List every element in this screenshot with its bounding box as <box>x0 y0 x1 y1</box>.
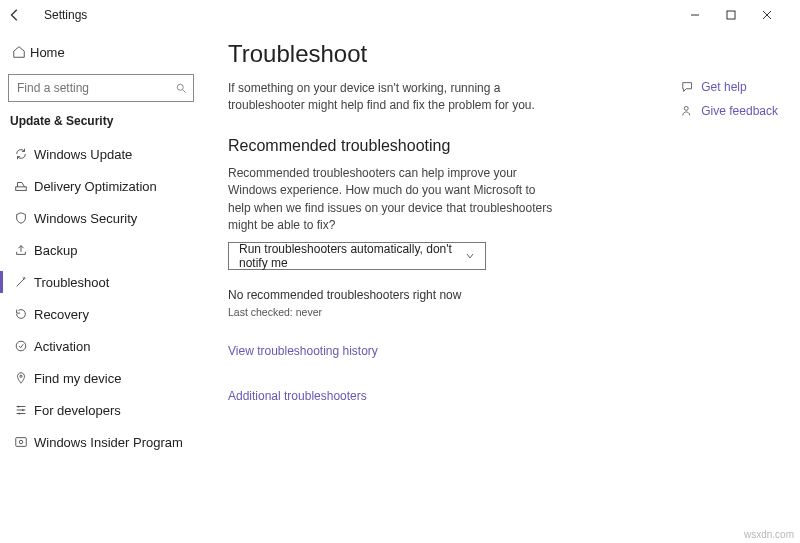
arrow-left-icon <box>8 8 22 22</box>
svg-rect-1 <box>727 11 735 19</box>
nav-windows-update[interactable]: Windows Update <box>8 138 194 170</box>
get-help-label: Get help <box>701 80 746 94</box>
wand-icon <box>8 275 34 289</box>
nav-label: Windows Security <box>34 211 137 226</box>
nav-label: Recovery <box>34 307 89 322</box>
close-button[interactable] <box>762 10 798 20</box>
minimize-icon <box>690 10 700 20</box>
svg-point-7 <box>18 406 20 408</box>
svg-point-9 <box>18 413 20 415</box>
svg-line-3 <box>183 90 186 93</box>
nav-troubleshoot[interactable]: Troubleshoot <box>8 266 194 298</box>
main-content: Troubleshoot If something on your device… <box>200 30 800 543</box>
close-icon <box>762 10 772 20</box>
search-icon <box>175 82 193 94</box>
titlebar: Settings <box>0 0 800 30</box>
nav-label: Activation <box>34 339 90 354</box>
dropdown-value: Run troubleshooters automatically, don't… <box>239 242 457 270</box>
nav-windows-security[interactable]: Windows Security <box>8 202 194 234</box>
nav-label: For developers <box>34 403 121 418</box>
back-button[interactable] <box>8 8 36 22</box>
intro-text: If something on your device isn't workin… <box>228 80 558 115</box>
home-nav[interactable]: Home <box>8 38 194 66</box>
troubleshoot-mode-dropdown[interactable]: Run troubleshooters automatically, don't… <box>228 242 486 270</box>
location-icon <box>8 371 34 385</box>
svg-rect-4 <box>16 187 27 191</box>
insider-icon <box>8 435 34 449</box>
search-input[interactable] <box>9 81 175 95</box>
maximize-button[interactable] <box>726 10 762 20</box>
svg-point-2 <box>177 84 183 90</box>
window-title: Settings <box>44 8 87 22</box>
svg-point-5 <box>16 341 26 351</box>
no-recommended-text: No recommended troubleshooters right now <box>228 288 790 302</box>
watermark: wsxdn.com <box>744 529 794 540</box>
developers-icon <box>8 403 34 417</box>
home-icon <box>8 45 30 59</box>
recommended-text: Recommended troubleshooters can help imp… <box>228 165 558 235</box>
view-history-link[interactable]: View troubleshooting history <box>228 344 378 358</box>
nav-label: Backup <box>34 243 77 258</box>
chevron-down-icon <box>465 251 475 261</box>
sidebar: Home Update & Security Windows Update De… <box>0 30 200 543</box>
backup-icon <box>8 243 34 257</box>
svg-point-8 <box>22 409 24 411</box>
search-box[interactable] <box>8 74 194 102</box>
help-icon <box>681 80 701 94</box>
page-title: Troubleshoot <box>228 40 790 68</box>
nav-activation[interactable]: Activation <box>8 330 194 362</box>
minimize-button[interactable] <box>690 10 726 20</box>
nav-delivery-optimization[interactable]: Delivery Optimization <box>8 170 194 202</box>
home-label: Home <box>30 45 65 60</box>
help-panel: Get help Give feedback <box>681 80 778 118</box>
section-header: Update & Security <box>10 114 194 128</box>
nav-label: Delivery Optimization <box>34 179 157 194</box>
additional-troubleshooters-link[interactable]: Additional troubleshooters <box>228 389 367 403</box>
nav-label: Windows Update <box>34 147 132 162</box>
check-circle-icon <box>8 339 34 353</box>
give-feedback-label: Give feedback <box>701 104 778 118</box>
nav-label: Windows Insider Program <box>34 435 183 450</box>
give-feedback-link[interactable]: Give feedback <box>681 104 778 118</box>
svg-point-12 <box>685 106 689 110</box>
last-checked-text: Last checked: never <box>228 306 790 318</box>
recovery-icon <box>8 307 34 321</box>
feedback-icon <box>681 104 701 118</box>
sync-icon <box>8 147 34 161</box>
svg-point-11 <box>19 440 23 444</box>
nav-label: Troubleshoot <box>34 275 109 290</box>
nav-windows-insider[interactable]: Windows Insider Program <box>8 426 194 458</box>
get-help-link[interactable]: Get help <box>681 80 778 94</box>
nav-backup[interactable]: Backup <box>8 234 194 266</box>
delivery-icon <box>8 179 34 193</box>
recommended-heading: Recommended troubleshooting <box>228 137 790 155</box>
maximize-icon <box>726 10 736 20</box>
svg-point-6 <box>20 375 22 377</box>
shield-icon <box>8 211 34 225</box>
nav-label: Find my device <box>34 371 121 386</box>
svg-rect-10 <box>16 438 27 447</box>
nav-find-my-device[interactable]: Find my device <box>8 362 194 394</box>
nav-for-developers[interactable]: For developers <box>8 394 194 426</box>
nav-recovery[interactable]: Recovery <box>8 298 194 330</box>
